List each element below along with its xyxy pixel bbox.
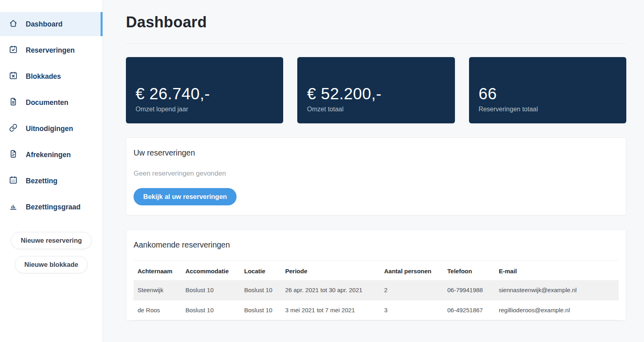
main-content: Dashboard € 26.740,- Omzet lopend jaar €… <box>103 0 644 342</box>
sidebar-item-label: Uitnodigingen <box>26 125 73 133</box>
table-row[interactable]: Steenwijk Boslust 10 Boslust 10 26 apr. … <box>134 280 619 300</box>
stat-cards: € 26.740,- Omzet lopend jaar € 52.200,- … <box>126 57 626 123</box>
column-header-periode: Periode <box>281 260 380 280</box>
cell-achternaam: de Roos <box>134 300 181 320</box>
sidebar-nav: Dashboard Reserveringen Blokkades Docume… <box>0 12 103 219</box>
sidebar-item-label: Documenten <box>26 98 68 107</box>
calendar-grid-icon <box>9 176 18 186</box>
column-header-email: E-mail <box>495 260 619 280</box>
your-reservations-title: Uw reserveringen <box>134 148 619 158</box>
column-header-aantal-personen: Aantal personen <box>380 260 443 280</box>
stat-value: 66 <box>479 85 617 102</box>
cell-email: regillioderoos@example.nl <box>495 300 619 320</box>
table-header-row: Achternaam Accommodatie Locatie Periode … <box>134 260 619 280</box>
stat-label: Reserveringen totaal <box>479 106 617 113</box>
cell-achternaam: Steenwijk <box>134 280 181 300</box>
calendar-x-icon <box>9 71 18 82</box>
new-block-button[interactable]: Nieuwe blokkade <box>15 256 88 273</box>
column-header-achternaam: Achternaam <box>134 260 181 280</box>
document-icon <box>9 97 18 108</box>
cell-accommodatie: Boslust 10 <box>181 300 240 320</box>
cell-locatie: Boslust 10 <box>240 280 281 300</box>
cell-periode: 3 mei 2021 tot 7 mei 2021 <box>281 300 380 320</box>
sidebar-item-reserveringen[interactable]: Reserveringen <box>0 38 103 62</box>
cell-email: siennasteenwijk@example.nl <box>495 280 619 300</box>
title-divider <box>126 43 626 43</box>
link-icon <box>9 123 18 134</box>
stat-label: Omzet totaal <box>307 106 445 113</box>
stat-value: € 26.740,- <box>136 85 274 102</box>
cell-aantal-personen: 2 <box>380 280 443 300</box>
upcoming-reservations-title: Aankomende reserveringen <box>134 240 619 250</box>
cell-telefoon: 06-49251867 <box>443 300 495 320</box>
cell-accommodatie: Boslust 10 <box>181 280 240 300</box>
column-header-telefoon: Telefoon <box>443 260 495 280</box>
calendar-check-icon <box>9 45 18 56</box>
stat-label: Omzet lopend jaar <box>136 106 274 113</box>
sidebar-item-label: Bezettingsgraad <box>26 203 80 211</box>
upcoming-reservations-panel: Aankomende reserveringen Achternaam Acco… <box>126 229 626 321</box>
cell-telefoon: 06-79941988 <box>443 280 495 300</box>
sidebar-item-afrekeningen[interactable]: Afrekeningen <box>0 143 103 167</box>
upcoming-reservations-table: Achternaam Accommodatie Locatie Periode … <box>134 260 619 320</box>
cell-locatie: Boslust 10 <box>240 300 281 320</box>
stat-card-reserveringen-totaal: 66 Reserveringen totaal <box>469 57 626 123</box>
sidebar-item-dashboard[interactable]: Dashboard <box>0 12 103 36</box>
sidebar-item-bezettingsgraad[interactable]: Bezettingsgraad <box>0 195 103 219</box>
sidebar-item-documenten[interactable]: Documenten <box>0 90 103 115</box>
sidebar-item-bezetting[interactable]: Bezetting <box>0 169 103 193</box>
sidebar-item-label: Bezetting <box>26 177 58 185</box>
sidebar-actions: Nieuwe reservering Nieuwe blokkade <box>0 232 103 273</box>
home-icon <box>9 19 18 30</box>
sidebar-item-label: Dashboard <box>26 20 62 29</box>
sidebar-item-label: Blokkades <box>26 72 61 81</box>
new-reservation-button[interactable]: Nieuwe reservering <box>11 232 91 249</box>
column-header-locatie: Locatie <box>240 260 281 280</box>
document-chart-icon <box>9 149 18 160</box>
your-reservations-panel: Uw reserveringen Geen reserveringen gevo… <box>126 137 626 215</box>
page-title: Dashboard <box>126 14 626 31</box>
stat-card-omzet-lopend-jaar: € 26.740,- Omzet lopend jaar <box>126 57 283 123</box>
cell-periode: 26 apr. 2021 tot 30 apr. 2021 <box>281 280 380 300</box>
sidebar-item-uitnodigingen[interactable]: Uitnodigingen <box>0 117 103 141</box>
bar-chart-icon <box>9 202 18 213</box>
sidebar-item-label: Afrekeningen <box>26 151 71 159</box>
sidebar-item-blokkades[interactable]: Blokkades <box>0 64 103 88</box>
stat-card-omzet-totaal: € 52.200,- Omzet totaal <box>297 57 455 123</box>
sidebar: Dashboard Reserveringen Blokkades Docume… <box>0 0 103 342</box>
stat-value: € 52.200,- <box>307 85 445 102</box>
table-row[interactable]: de Roos Boslust 10 Boslust 10 3 mei 2021… <box>134 300 619 320</box>
sidebar-item-label: Reserveringen <box>26 46 75 55</box>
column-header-accommodatie: Accommodatie <box>181 260 240 280</box>
empty-state-text: Geen reserveringen gevonden <box>134 170 619 178</box>
cell-aantal-personen: 3 <box>380 300 443 320</box>
view-all-reservations-button[interactable]: Bekijk al uw reserveringen <box>134 188 237 205</box>
